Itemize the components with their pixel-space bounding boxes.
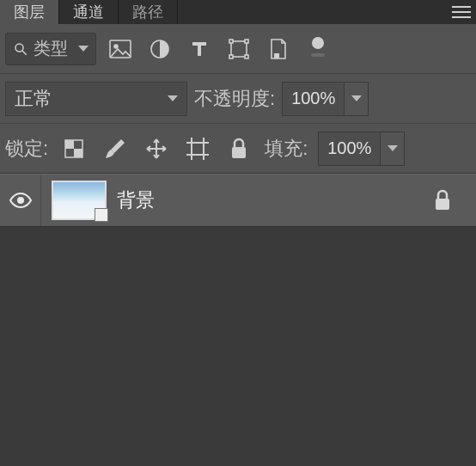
blend-mode-select[interactable]: 正常 [5, 82, 187, 116]
layer-name[interactable]: 背景 [117, 187, 155, 213]
smart-object-icon [268, 38, 289, 60]
svg-line-1 [22, 51, 27, 55]
lock-image-pixels[interactable] [100, 133, 131, 164]
svg-rect-24 [436, 199, 449, 210]
filter-type-select[interactable]: 类型 [5, 33, 96, 65]
lock-all[interactable] [223, 133, 254, 164]
svg-rect-7 [245, 40, 248, 43]
chevron-down-icon [388, 145, 398, 151]
toggle-icon [308, 36, 327, 62]
filter-image-layers[interactable] [105, 34, 136, 64]
tab-channels[interactable]: 通道 [59, 0, 119, 24]
svg-rect-10 [274, 53, 279, 58]
layer-filter-row: 类型 [0, 24, 476, 74]
layer-list: 背景 [0, 174, 476, 227]
opacity-input[interactable]: 100% [282, 82, 369, 116]
opacity-dropdown[interactable] [344, 83, 368, 115]
filter-toggle-switch[interactable] [302, 34, 333, 64]
lock-icon [229, 138, 248, 160]
tab-paths[interactable]: 路径 [119, 0, 178, 24]
image-icon [109, 40, 131, 58]
filter-text-layers[interactable] [184, 34, 215, 64]
svg-point-23 [17, 197, 24, 204]
svg-point-11 [312, 37, 324, 49]
panel-menu-button[interactable] [452, 6, 476, 18]
tab-layers[interactable]: 图层 [0, 0, 59, 24]
adjustment-icon [150, 39, 170, 59]
opacity-value: 100% [283, 89, 344, 108]
svg-rect-12 [311, 53, 325, 57]
panel-tabs: 图层 通道 路径 [0, 0, 476, 24]
lock-label: 锁定: [5, 136, 48, 162]
lock-fill-row: 锁定: 填充: 100 [0, 124, 476, 174]
chevron-down-icon [168, 95, 178, 101]
layer-thumbnail[interactable] [52, 181, 107, 220]
text-icon [189, 39, 210, 59]
layer-row[interactable]: 背景 [0, 174, 476, 227]
lock-icon [433, 189, 452, 212]
chevron-down-icon [78, 46, 88, 52]
eye-icon [9, 192, 33, 209]
shape-icon [229, 39, 249, 59]
svg-point-3 [114, 45, 118, 48]
svg-rect-22 [232, 147, 246, 158]
filter-shape-layers[interactable] [223, 34, 254, 64]
layer-lock-indicator[interactable] [433, 189, 452, 212]
lock-transparent-pixels[interactable] [58, 133, 89, 164]
fill-value: 100% [319, 138, 380, 158]
checker-icon [64, 138, 84, 159]
fill-label: 填充: [265, 136, 308, 162]
move-icon [145, 138, 168, 160]
lock-artboard[interactable] [182, 133, 213, 164]
empty-layer-area [0, 227, 476, 466]
lock-position[interactable] [141, 133, 172, 164]
artboard-frame-icon [186, 138, 209, 160]
brush-icon [104, 138, 126, 160]
svg-rect-9 [245, 55, 248, 58]
blend-opacity-row: 正常 不透明度: 100% [0, 74, 476, 124]
fill-dropdown[interactable] [380, 132, 404, 165]
svg-point-0 [15, 44, 23, 52]
svg-rect-15 [74, 149, 82, 157]
opacity-label: 不透明度: [194, 86, 275, 112]
svg-rect-8 [229, 55, 233, 58]
fill-input[interactable]: 100% [318, 132, 405, 166]
search-icon [13, 41, 28, 57]
svg-rect-14 [65, 140, 74, 149]
filter-smart-objects[interactable] [263, 34, 294, 64]
filter-adjustment-layers[interactable] [144, 34, 175, 64]
layer-visibility-toggle[interactable] [0, 175, 41, 226]
hamburger-icon [452, 6, 471, 18]
filter-type-label: 类型 [34, 37, 68, 60]
blend-mode-value: 正常 [15, 86, 52, 112]
svg-rect-6 [229, 40, 233, 43]
chevron-down-icon [351, 95, 362, 101]
